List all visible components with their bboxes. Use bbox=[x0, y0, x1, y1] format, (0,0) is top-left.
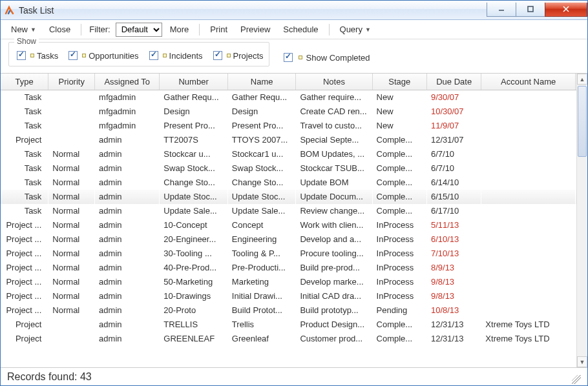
tasks-checkbox[interactable] bbox=[17, 51, 26, 60]
cell-name: Greenleaf bbox=[227, 332, 296, 346]
incidents-checkbox-wrap[interactable]: Incidents bbox=[147, 49, 203, 62]
minimize-button[interactable] bbox=[487, 3, 516, 17]
col-assigned[interactable]: Assigned To bbox=[95, 74, 160, 90]
schedule-button[interactable]: Schedule bbox=[278, 23, 323, 36]
col-due[interactable]: Due Date bbox=[426, 74, 481, 90]
scroll-down-button[interactable]: ▼ bbox=[577, 356, 587, 367]
cell-notes: Develop marke... bbox=[296, 275, 372, 289]
cell-number: 30-Tooling ... bbox=[160, 247, 228, 261]
cell-account bbox=[481, 190, 576, 204]
cell-account bbox=[481, 204, 576, 218]
col-notes[interactable]: Notes bbox=[296, 74, 372, 90]
task-list-window: Task List New ▼ Close Filter: Default Mo… bbox=[0, 0, 588, 386]
col-name[interactable]: Name bbox=[227, 74, 296, 90]
close-button[interactable]: Close bbox=[44, 23, 76, 36]
cell-assigned: admin bbox=[95, 247, 160, 261]
new-button[interactable]: New ▼ bbox=[6, 23, 41, 36]
cell-priority: Normal bbox=[48, 176, 95, 190]
cell-due: 10/8/13 bbox=[426, 303, 481, 318]
cell-priority bbox=[48, 105, 95, 119]
col-number[interactable]: Number bbox=[160, 74, 228, 90]
scroll-track[interactable] bbox=[577, 85, 587, 356]
table-row[interactable]: TaskNormaladminSwap Stock...Swap Stock..… bbox=[1, 161, 587, 176]
cell-type: Task bbox=[1, 105, 48, 119]
query-button[interactable]: Query ▼ bbox=[335, 23, 376, 36]
col-priority[interactable]: Priority bbox=[48, 74, 95, 90]
table-row[interactable]: TaskmfgadminGather Requ...Gather Requ...… bbox=[1, 90, 587, 105]
titlebar[interactable]: Task List bbox=[1, 1, 587, 20]
col-type[interactable]: Type bbox=[1, 74, 48, 90]
table-row[interactable]: ProjectadminTRELLISTrellisProduct Design… bbox=[1, 318, 587, 332]
table-row[interactable]: TaskNormaladminChange Sto...Change Sto..… bbox=[1, 176, 587, 190]
table-body: TaskmfgadminGather Requ...Gather Requ...… bbox=[1, 90, 587, 347]
chevron-down-icon: ▼ bbox=[365, 26, 371, 33]
table-row[interactable]: ProjectadminGREENLEAFGreenleafCustomer p… bbox=[1, 332, 587, 346]
projects-checkbox-wrap[interactable]: Projects bbox=[211, 49, 264, 62]
cell-name: Tooling & P... bbox=[227, 247, 296, 261]
col-account[interactable]: Account Name bbox=[481, 74, 576, 90]
cell-account: Xtreme Toys LTD bbox=[481, 332, 576, 346]
table-row[interactable]: Project ...Normaladmin20-Engineer...Engi… bbox=[1, 232, 587, 247]
separator bbox=[199, 24, 200, 36]
cell-assigned: admin bbox=[95, 275, 160, 289]
pin-icon bbox=[299, 56, 302, 59]
cell-account bbox=[481, 275, 576, 289]
cell-notes: Gather require... bbox=[296, 90, 372, 105]
cell-stage: Comple... bbox=[372, 133, 426, 147]
table-row[interactable]: TaskNormaladminUpdate Stoc...Update Stoc… bbox=[1, 190, 587, 204]
separator bbox=[81, 24, 81, 36]
table-row[interactable]: Project ...Normaladmin50-MarketingMarket… bbox=[1, 275, 587, 289]
projects-checkbox[interactable] bbox=[213, 51, 222, 60]
incidents-checkbox[interactable] bbox=[149, 51, 158, 60]
preview-button[interactable]: Preview bbox=[235, 23, 275, 36]
table-row[interactable]: Project ...Normaladmin40-Pre-Prod...Pre-… bbox=[1, 261, 587, 275]
vertical-scrollbar[interactable]: ▲ ▼ bbox=[576, 74, 587, 367]
cell-account bbox=[481, 105, 576, 119]
filter-select[interactable]: Default bbox=[116, 23, 162, 37]
opportunities-checkbox-wrap[interactable]: Opportunities bbox=[66, 49, 138, 62]
cell-due: 7/10/13 bbox=[426, 247, 481, 261]
chevron-down-icon: ▼ bbox=[30, 26, 36, 33]
task-table[interactable]: Type Priority Assigned To Number Name No… bbox=[1, 74, 587, 346]
print-button[interactable]: Print bbox=[205, 23, 233, 36]
cell-type: Task bbox=[1, 119, 48, 133]
cell-due: 12/31/13 bbox=[426, 332, 481, 346]
cell-due: 6/17/10 bbox=[426, 204, 481, 218]
tasks-label: Tasks bbox=[37, 51, 58, 61]
cell-type: Task bbox=[1, 147, 48, 161]
table-row[interactable]: TaskNormaladminStockcar u...Stockcar1 u.… bbox=[1, 147, 587, 161]
table-row[interactable]: TaskNormaladminUpdate Sale...Update Sale… bbox=[1, 204, 587, 218]
cell-account bbox=[481, 147, 576, 161]
opportunities-checkbox[interactable] bbox=[68, 51, 78, 60]
table-row[interactable]: Project ...Normaladmin10-ConceptConceptW… bbox=[1, 218, 587, 232]
cell-name: Present Pro... bbox=[227, 119, 296, 133]
table-row[interactable]: ProjectadminTT2007STTOYS 2007...Special … bbox=[1, 133, 587, 147]
cell-name: Stockcar1 u... bbox=[227, 147, 296, 161]
close-window-button[interactable] bbox=[545, 3, 587, 17]
scroll-up-button[interactable]: ▲ bbox=[577, 74, 587, 85]
show-completed-wrap[interactable]: Show Completed bbox=[281, 51, 370, 64]
scroll-thumb[interactable] bbox=[578, 86, 587, 157]
cell-assigned: admin bbox=[95, 176, 160, 190]
cell-due: 12/31/07 bbox=[426, 133, 481, 147]
cell-name: Gather Requ... bbox=[227, 90, 296, 105]
show-completed-label: Show Completed bbox=[306, 53, 370, 63]
cell-notes: Product Design... bbox=[296, 318, 372, 332]
cell-stage: New bbox=[372, 90, 426, 105]
table-row[interactable]: Project ...Normaladmin20-ProtoBuild Prot… bbox=[1, 303, 587, 318]
more-button[interactable]: More bbox=[165, 23, 194, 36]
tasks-checkbox-wrap[interactable]: Tasks bbox=[14, 49, 58, 62]
col-stage[interactable]: Stage bbox=[372, 74, 426, 90]
cell-type: Project ... bbox=[1, 218, 48, 232]
table-row[interactable]: Project ...Normaladmin10-DrawingsInitial… bbox=[1, 289, 587, 303]
show-completed-checkbox[interactable] bbox=[284, 53, 293, 62]
table-row[interactable]: TaskmfgadminDesignDesignCreate CAD ren..… bbox=[1, 105, 587, 119]
table-row[interactable]: TaskmfgadminPresent Pro...Present Pro...… bbox=[1, 119, 587, 133]
maximize-button[interactable] bbox=[516, 3, 545, 17]
cell-number: 50-Marketing bbox=[160, 275, 228, 289]
cell-type: Project ... bbox=[1, 275, 48, 289]
table-row[interactable]: Project ...Normaladmin30-Tooling ...Tool… bbox=[1, 247, 587, 261]
resize-grip[interactable] bbox=[572, 375, 581, 384]
table-header-row[interactable]: Type Priority Assigned To Number Name No… bbox=[1, 74, 587, 90]
cell-notes: Build pre-prod... bbox=[296, 261, 372, 275]
